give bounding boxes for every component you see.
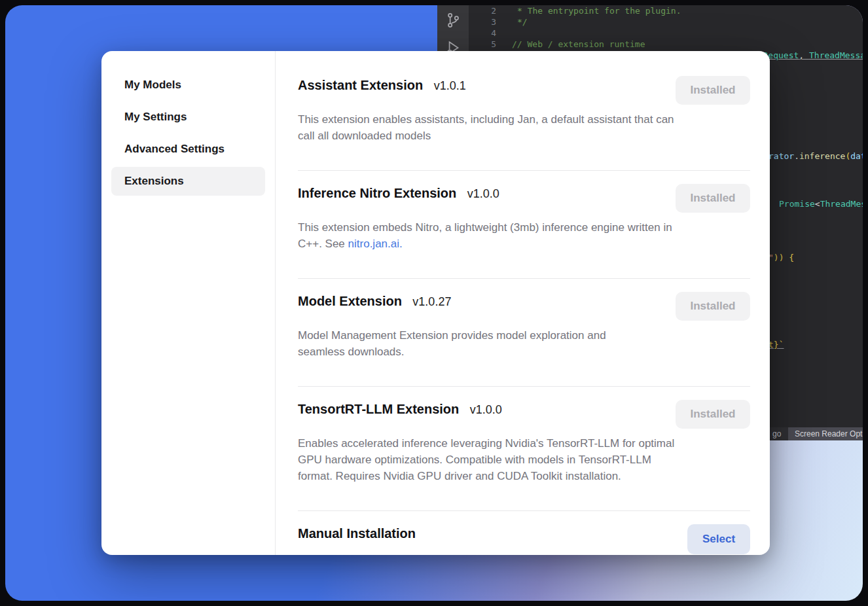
extension-description: This extension enables assistants, inclu… <box>298 111 678 144</box>
installed-button[interactable]: Installed <box>676 76 750 105</box>
nitro-jan-ai-link[interactable]: nitro.jan.ai <box>348 238 399 250</box>
app-window: 2 * The entrypoint for the plugin. 3 */ … <box>5 5 863 601</box>
extension-row-assistant: Assistant Extension v1.0.1 Installed Thi… <box>298 63 750 171</box>
extension-name: Model Extension <box>298 294 402 308</box>
sidebar-item-advanced-settings[interactable]: Advanced Settings <box>111 135 265 164</box>
manual-installation-row: Manual Installation Select Select an ext… <box>298 511 750 555</box>
code-line: 2 * The entrypoint for the plugin. <box>469 5 863 16</box>
sidebar-item-my-models[interactable]: My Models <box>111 71 265 99</box>
installed-button[interactable]: Installed <box>676 400 750 429</box>
settings-sidebar: My Models My Settings Advanced Settings … <box>101 51 276 555</box>
code-text: * The entrypoint for the plugin. <box>496 5 681 16</box>
extensions-panel: Assistant Extension v1.0.1 Installed Thi… <box>276 51 770 555</box>
installed-button[interactable]: Installed <box>676 184 750 213</box>
code-fragment: rator.inference(data)); <box>769 151 863 162</box>
extension-version: v1.0.0 <box>467 187 499 200</box>
code-text: // Web / extension runtime <box>496 39 645 50</box>
settings-modal: My Models My Settings Advanced Settings … <box>101 51 770 555</box>
code-fragment: ")) { <box>769 252 794 263</box>
extension-description: Model Management Extension provides mode… <box>298 327 638 360</box>
code-text <box>496 27 512 39</box>
source-control-icon[interactable] <box>444 12 461 29</box>
extension-name: Inference Nitro Extension <box>298 186 456 200</box>
extension-version: v1.0.27 <box>412 295 451 308</box>
extension-description: Enables accelerated inference leveraging… <box>298 435 678 484</box>
code-line: 4 <box>469 27 863 39</box>
manual-installation-title: Manual Installation <box>298 526 416 541</box>
extension-row-tensorrt-llm: TensortRT-LLM Extension v1.0.0 Installed… <box>298 387 750 511</box>
extension-version: v1.0.0 <box>470 403 502 416</box>
extension-version: v1.0.1 <box>434 79 466 92</box>
extension-description: This extension embeds Nitro, a lightweig… <box>298 219 678 252</box>
line-number: 2 <box>469 5 496 16</box>
code-line: 3 */ <box>469 16 863 27</box>
code-fragment: Promise<ThreadMessage> <box>779 198 863 209</box>
extension-row-model: Model Extension v1.0.27 Installed Model … <box>298 279 750 387</box>
code-text: */ <box>496 16 528 27</box>
line-number: 4 <box>469 27 496 39</box>
sidebar-item-my-settings[interactable]: My Settings <box>111 103 265 132</box>
extension-row-inference-nitro: Inference Nitro Extension v1.0.0 Install… <box>298 171 750 279</box>
line-number: 3 <box>469 16 496 27</box>
line-number: 5 <box>469 39 496 50</box>
installed-button[interactable]: Installed <box>676 292 750 321</box>
extension-name: Assistant Extension <box>298 78 423 92</box>
sidebar-item-extensions[interactable]: Extensions <box>111 167 265 196</box>
code-fragment: t}` <box>769 339 784 350</box>
screen-reader-status-item[interactable]: Screen Reader Optimized <box>788 427 863 440</box>
select-file-button[interactable]: Select <box>687 524 750 554</box>
extension-name: TensortRT-LLM Extension <box>298 402 459 416</box>
code-line: 5 // Web / extension runtime <box>469 39 863 50</box>
status-text: go <box>772 427 781 440</box>
